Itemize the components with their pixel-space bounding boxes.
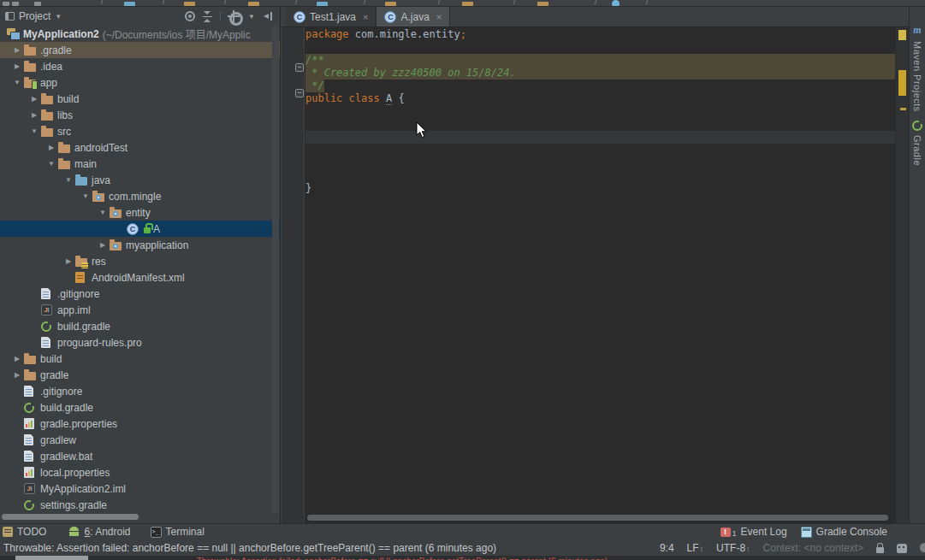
collapsed-arrow-icon[interactable]: ▶ [27, 111, 41, 119]
expanded-arrow-icon[interactable]: ▼ [96, 209, 110, 216]
code-editor[interactable]: − − package com.mingle.entity;/** * Crea… [282, 27, 895, 523]
tree-item[interactable]: AndroidManifest.xml [0, 269, 280, 286]
gradle-icon [912, 121, 922, 131]
code-line [305, 105, 895, 118]
status-circle-icon [920, 543, 925, 552]
error-stripe-marker[interactable] [900, 108, 906, 110]
tree-item[interactable]: ▼app [0, 74, 280, 91]
locate-icon[interactable] [185, 11, 195, 21]
collapsed-arrow-icon[interactable]: ▶ [10, 62, 24, 70]
close-icon[interactable]: × [436, 12, 442, 22]
tree-item[interactable]: gradlew [0, 432, 280, 448]
code-content[interactable]: package com.mingle.entity;/** * Created … [305, 28, 895, 195]
file-icon [41, 337, 50, 348]
tree-item[interactable]: build.gradle [0, 399, 280, 416]
expanded-arrow-icon[interactable]: ▼ [79, 192, 92, 200]
tree-item[interactable]: ▼main [0, 156, 280, 172]
editor-tab[interactable]: CA.java× [377, 7, 450, 27]
tree-item[interactable]: ▶libs [0, 107, 280, 123]
folder-blue-icon [75, 177, 87, 186]
collapsed-arrow-icon[interactable]: ▶ [10, 355, 24, 363]
expanded-arrow-icon[interactable]: ▼ [27, 127, 41, 135]
tree-item[interactable]: proguard-rules.pro [0, 334, 280, 351]
tree-item[interactable]: settings.gradle [0, 497, 280, 511]
gradle-button[interactable]: Gradle [910, 121, 925, 166]
tree-item[interactable]: build.gradle [0, 318, 280, 334]
tree-item-label: androidTest [74, 142, 127, 154]
tree-item-label: A [153, 223, 160, 235]
error-stripe[interactable] [895, 27, 909, 523]
tree-item[interactable]: ▼java [0, 172, 280, 188]
gradle-console-icon [801, 527, 812, 538]
tree-item[interactable]: ▶.idea [0, 58, 280, 74]
collapse-all-icon[interactable] [203, 11, 212, 22]
gradle-icon [24, 500, 34, 510]
hide-panel-icon[interactable] [263, 11, 273, 21]
collapsed-arrow-icon[interactable]: ▶ [44, 144, 58, 151]
event-log-icon: ! [720, 528, 731, 537]
caret-position[interactable]: 9:4 [660, 542, 674, 554]
lock-icon[interactable] [876, 543, 884, 553]
todo-button[interactable]: TODO [3, 526, 46, 538]
collapsed-arrow-icon[interactable]: ▶ [10, 46, 24, 54]
tree-item[interactable]: CA [0, 221, 280, 237]
project-vertical-scrollbar[interactable] [272, 26, 279, 513]
hector-inspector-icon[interactable] [897, 544, 907, 553]
tree-item-label: local.properties [40, 467, 110, 479]
gradle-console-button[interactable]: Gradle Console [801, 526, 887, 538]
ide-window: / / / / / / / / / Project ▼ [0, 0, 925, 560]
chevron-down-icon[interactable]: ▼ [55, 13, 62, 21]
expanded-arrow-icon[interactable]: ▼ [10, 79, 24, 86]
fold-marker-icon[interactable]: − [295, 63, 304, 72]
error-stripe-marker[interactable] [898, 30, 906, 40]
tree-item[interactable]: .gitignore [0, 286, 280, 302]
fold-marker-icon[interactable]: − [295, 89, 304, 97]
editor-tab[interactable]: CTest1.java× [286, 7, 377, 27]
terminal-button[interactable]: >_ Terminal [151, 526, 205, 538]
tree-item[interactable]: ▶androidTest [0, 139, 280, 156]
tree-item[interactable]: JIapp.iml [0, 302, 280, 318]
tree-item-label: AndroidManifest.xml [92, 272, 185, 284]
project-horizontal-scrollbar-thumb[interactable] [2, 514, 139, 520]
mouse-cursor [416, 121, 428, 142]
tree-item[interactable]: ▶.gradle [0, 42, 280, 58]
tree-item[interactable]: MyApplication2(~/Documents/ios 项目/MyAppl… [0, 26, 280, 42]
tree-item[interactable]: ▶res [0, 253, 280, 269]
status-bar: Throwable: Assertion failed: anchorBefor… [0, 539, 925, 556]
collapsed-arrow-icon[interactable]: ▶ [62, 257, 75, 265]
expanded-arrow-icon[interactable]: ▼ [44, 160, 58, 168]
android-button[interactable]: 6: Android [68, 526, 130, 538]
tree-item[interactable]: JIMyApplication2.iml [0, 480, 280, 497]
context-indicator[interactable]: Context: <no context> [763, 542, 863, 554]
editor-gutter[interactable]: − − [282, 27, 305, 523]
encoding-selector[interactable]: UTF-8↕ [716, 542, 750, 554]
collapsed-arrow-icon[interactable]: ▶ [96, 241, 110, 249]
tree-item[interactable]: gradle.properties [0, 416, 280, 432]
tree-item[interactable]: ▶build [0, 91, 280, 107]
tab-label: Test1.java [310, 11, 356, 23]
tree-item[interactable]: ▶gradle [0, 367, 280, 383]
tree-item[interactable]: ▶myapplication [0, 237, 280, 253]
tree-item[interactable]: gradlew.bat [0, 448, 280, 464]
chevron-down-icon[interactable]: ▼ [248, 13, 255, 21]
maven-projects-button[interactable]: m Maven Projects [910, 24, 925, 112]
editor-horizontal-scrollbar-thumb[interactable] [307, 515, 888, 521]
event-log-button[interactable]: ! 1 Event Log [720, 526, 787, 538]
error-stripe-marker[interactable] [898, 70, 906, 96]
line-ending-selector[interactable]: LF↕ [687, 542, 704, 554]
tree-item[interactable]: local.properties [0, 464, 280, 480]
tree-item[interactable]: ▶build [0, 351, 280, 367]
tree-item[interactable]: ▼com.mingle [0, 188, 280, 204]
expanded-arrow-icon[interactable]: ▼ [62, 176, 75, 184]
tree-item[interactable]: ▼src [0, 123, 280, 139]
settings-icon[interactable] [228, 11, 239, 21]
code-line: package com.mingle.entity; [305, 28, 895, 41]
breadcrumb-stub-icon [3, 2, 9, 6]
tree-item[interactable]: .gitignore [0, 383, 280, 399]
collapsed-arrow-icon[interactable]: ▶ [27, 95, 41, 103]
lock-icon [143, 223, 151, 234]
tree-item[interactable]: ▼entity [0, 204, 280, 221]
close-icon[interactable]: × [363, 12, 368, 22]
breadcrumb-bar[interactable]: / / / / / / / / / [0, 0, 925, 7]
collapsed-arrow-icon[interactable]: ▶ [10, 371, 24, 379]
